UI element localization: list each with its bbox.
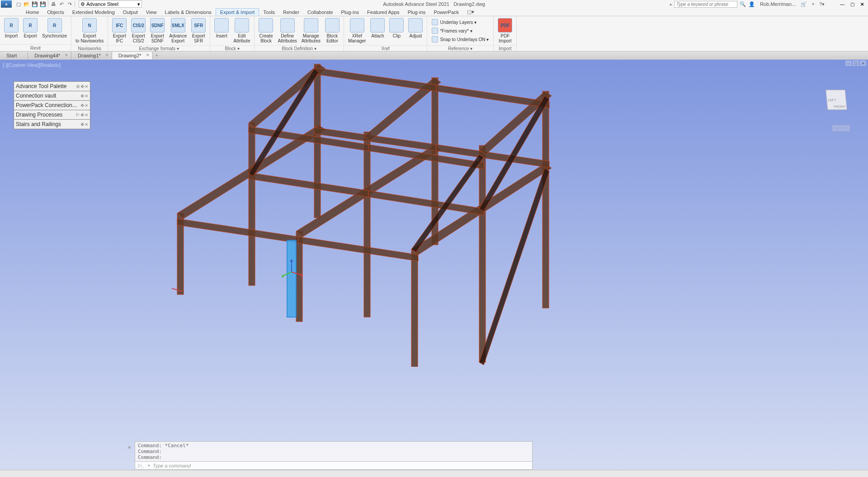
ribbon-tab-output[interactable]: Output (119, 9, 142, 16)
palette-drawing-processes[interactable]: Drawing Processes🏳✥✕ (14, 110, 90, 120)
ribbon-tab-featured-apps[interactable]: Featured Apps (363, 9, 404, 16)
export-ifc-button[interactable]: IFCExportIFC (110, 17, 129, 44)
svg-rect-4 (364, 132, 370, 317)
adjust-button[interactable]: Adjust (406, 17, 425, 39)
maximize-button[interactable]: ▢ (848, 1, 856, 7)
move-icon[interactable]: ✥ (80, 84, 84, 89)
create-block-button[interactable]: CreateBlock (256, 17, 275, 44)
export-sfr-button[interactable]: SFRExportSFR (189, 17, 208, 44)
clip-button[interactable]: Clip (387, 17, 406, 39)
user-name[interactable]: Rob.Merriman... (760, 1, 796, 7)
redo-icon[interactable]: ↷ (66, 0, 74, 8)
close-icon[interactable]: ✕ (85, 103, 88, 108)
close-icon[interactable]: ✕ (85, 94, 88, 98)
palette-stairs-and-railings[interactable]: Stairs and Railings✥✕ (14, 119, 90, 129)
move-icon[interactable]: ✥ (80, 103, 84, 108)
panel-block: InsertEditAttribute Block▾ (210, 16, 255, 51)
close-icon[interactable]: ✕ (85, 122, 88, 127)
ribbon-tab-render[interactable]: Render (279, 9, 303, 16)
svg-marker-21 (314, 68, 436, 91)
new-icon[interactable]: ▢ (14, 0, 23, 8)
synchronize-button[interactable]: RSynchronize (40, 17, 69, 39)
ribbon-tab-labels-dimensions[interactable]: Labels & Dimensions (161, 9, 216, 16)
ribbon-tab-plug-ins[interactable]: Plug-ins (337, 9, 363, 16)
share-icon[interactable]: ⚬ (809, 0, 816, 8)
-frames-vary--button[interactable]: *Frames vary* ▾ (430, 27, 491, 35)
viewport-close-icon[interactable]: ✕ (860, 61, 866, 66)
ribbon-tab-export-import[interactable]: Export & Import (216, 8, 259, 16)
save-icon[interactable]: 💾 (31, 0, 39, 8)
insert-button[interactable]: Insert (212, 17, 231, 39)
ribbon-tab-view[interactable]: View (142, 9, 161, 16)
viewcube[interactable]: LEFT FRONT (823, 87, 850, 114)
help-icon[interactable]: ?▾ (818, 0, 826, 8)
edit-attribute-button[interactable]: EditAttribute (231, 17, 252, 44)
ribbon-overflow-icon[interactable]: ▢▾ (463, 8, 478, 16)
move-icon[interactable]: ✥ (80, 112, 84, 117)
commandline-close-icon[interactable]: ✕ (127, 445, 131, 450)
viewport-minimize-icon[interactable]: — (845, 61, 852, 66)
ribbon-tab-objects[interactable]: Objects (43, 9, 68, 16)
command-input[interactable]: ▷_▾ Type a command (135, 462, 533, 470)
attach-button[interactable]: Attach (368, 17, 387, 39)
flag-icon[interactable]: 🏳 (75, 112, 80, 117)
palette-powerpack-connection-[interactable]: PowerPack Connection...✥✕ (14, 100, 90, 110)
file-tab-start[interactable]: Start (0, 52, 28, 59)
palette-advance-tool-palette[interactable]: Advance Tool Palette⚙✥✕ (14, 81, 90, 91)
move-icon[interactable]: ✥ (80, 122, 84, 127)
command-line: ✕ Command: *Cancel*Command:Command: ▷_▾ … (135, 441, 533, 470)
close-button[interactable]: ✕ (858, 1, 866, 7)
quick-access-toolbar: ▢ 📂 💾 💾 🖶 ↶ ↷ (14, 0, 76, 8)
ribbon-tab-powerpack[interactable]: PowerPack (429, 9, 463, 16)
ribbon-tabs: HomeObjectsExtended ModelingOutputViewLa… (0, 8, 868, 16)
tab-close-icon[interactable]: ✕ (146, 53, 150, 57)
undo-icon[interactable]: ↶ (57, 0, 66, 8)
user-icon[interactable]: 👤 (748, 0, 755, 8)
xref-manager-button[interactable]: XRefManager (346, 17, 368, 44)
viewport-3d[interactable]: [-][Custom View][Realistic] — ▢ ✕ Advanc… (0, 60, 868, 470)
manage-attributes-button[interactable]: ManageAttributes (299, 17, 323, 44)
define-attributes-button[interactable]: DefineAttributes (275, 17, 299, 44)
ribbon-tab-home[interactable]: Home (22, 9, 43, 16)
underlay-layers-button[interactable]: Underlay Layers ▾ (430, 18, 491, 26)
gear-icon[interactable]: ⚙ (76, 84, 80, 89)
move-icon[interactable]: ✥ (80, 94, 84, 98)
block-editor-button[interactable]: BlockEditor (323, 17, 342, 44)
cart-icon[interactable]: 🛒 (800, 0, 807, 8)
view-label[interactable]: [-][Custom View][Realistic] (3, 62, 61, 68)
tab-close-icon[interactable]: ✕ (105, 53, 109, 57)
palette-connection-vault[interactable]: Connection vault✥✕ (14, 91, 90, 101)
wcs-indicator[interactable]: WCS ▾ (832, 125, 850, 131)
search-icon[interactable]: 🔍 (739, 0, 746, 8)
minimize-button[interactable]: — (838, 1, 846, 7)
app-icon[interactable]: A (1, 0, 12, 8)
viewport-maximize-icon[interactable]: ▢ (853, 61, 859, 66)
export-button[interactable]: RExport (21, 17, 40, 39)
print-icon[interactable]: 🖶 (49, 0, 57, 8)
svg-marker-14 (249, 173, 368, 197)
ribbon-tab-plug-ins[interactable]: Plug-ins (404, 9, 430, 16)
import-button[interactable]: RImport (2, 17, 21, 39)
workspace-selector[interactable]: ⚙ Advance Steel ▾ (79, 0, 142, 8)
ribbon-tab-extended-modeling[interactable]: Extended Modeling (68, 9, 119, 16)
tab-close-icon[interactable]: ✕ (65, 53, 68, 57)
ribbon-tab-collaborate[interactable]: Collaborate (303, 9, 337, 16)
close-icon[interactable]: ✕ (85, 84, 88, 89)
search-input[interactable] (674, 1, 737, 8)
add-tab-button[interactable]: + (153, 52, 161, 59)
close-icon[interactable]: ✕ (85, 112, 88, 117)
open-icon[interactable]: 📂 (23, 0, 31, 8)
export-cis-2-button[interactable]: CIS/2ExportCIS/2 (129, 17, 148, 44)
steel-structure-model[interactable] (172, 60, 565, 367)
snap-to-underlays-on-button[interactable]: Snap to Underlays ON ▾ (430, 35, 491, 43)
statusbar[interactable] (0, 470, 868, 477)
advance-export-button[interactable]: SMLXAdvanceExport (167, 17, 189, 44)
file-tab-drawing1-[interactable]: Drawing1*✕ (71, 52, 112, 59)
file-tab-drawing44-[interactable]: Drawing44*✕ (28, 52, 71, 59)
export-to-navisworks-button[interactable]: NExportto Navisworks (73, 17, 106, 44)
saveas-icon[interactable]: 💾 (39, 0, 47, 8)
export-sdnf-button[interactable]: SDNFExportSDNF (148, 17, 167, 44)
pdf-import-button[interactable]: PDFPDFImport (495, 17, 514, 44)
ribbon-tab-tools[interactable]: Tools (259, 9, 279, 16)
file-tab-drawing2-[interactable]: Drawing2*✕ (112, 52, 153, 59)
